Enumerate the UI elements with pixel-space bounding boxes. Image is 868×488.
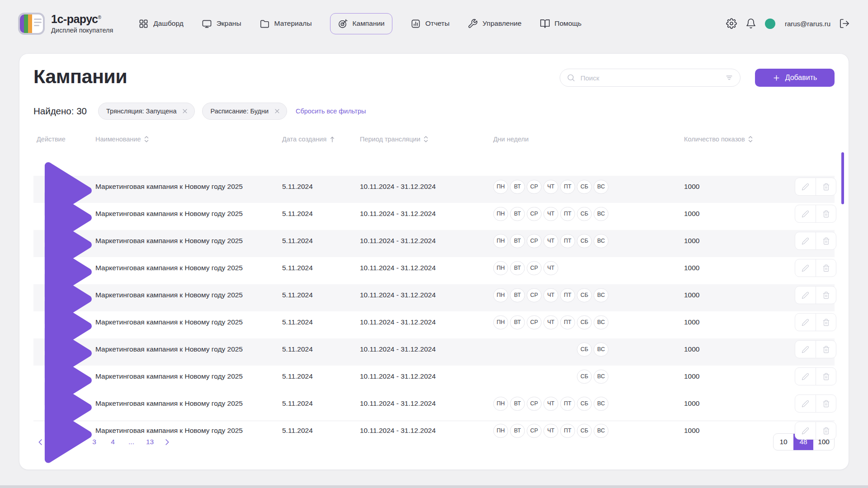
column-header-1[interactable]: Наименование xyxy=(95,135,282,143)
column-header-3[interactable]: Период трансляции xyxy=(360,135,493,143)
edit-pencil-button[interactable] xyxy=(795,368,816,385)
weekday-chip: ЧТ xyxy=(543,261,558,275)
campaign-name: Маркетинговая кампания к Новому году 202… xyxy=(95,210,282,218)
edit-pencil-button[interactable] xyxy=(795,341,816,358)
filter-chip: Расписание: Будни xyxy=(202,103,287,120)
row-actions xyxy=(795,422,836,440)
delete-trash-button[interactable] xyxy=(816,314,836,331)
page-button[interactable]: 4 xyxy=(104,434,121,450)
weekdays: ПНВТСРЧТПТСБВС xyxy=(493,180,684,194)
edit-pencil-button[interactable] xyxy=(795,314,816,331)
column-header-2[interactable]: Дата создания xyxy=(282,136,360,143)
column-header-label: Дата создания xyxy=(282,136,326,143)
delete-trash-button[interactable] xyxy=(816,286,836,304)
delete-trash-button[interactable] xyxy=(816,232,836,249)
campaign-name: Маркетинговая кампания к Новому году 202… xyxy=(95,399,282,408)
top-bar: 1с-рарус® Дисплей покупателя ДашбордЭкра… xyxy=(0,0,868,47)
nav-item-materials[interactable]: Материалы xyxy=(259,19,312,29)
row-actions xyxy=(795,286,836,304)
close-icon[interactable] xyxy=(181,108,189,115)
weekday-chip: ПН xyxy=(493,397,508,411)
impressions-count: 1000 xyxy=(684,427,795,435)
logout-icon[interactable] xyxy=(839,18,850,29)
settings-gear-icon[interactable] xyxy=(726,18,737,29)
row-actions xyxy=(795,313,836,331)
impressions-count: 1000 xyxy=(684,183,795,191)
close-icon[interactable] xyxy=(274,108,281,115)
top-bar-right: rarus@rarus.ru xyxy=(726,18,850,29)
weekdays: ПНВТСРЧТПТСБВС xyxy=(493,288,684,302)
table-scrollbar-thumb[interactable] xyxy=(841,152,844,204)
column-header-label: Период трансляции xyxy=(360,136,420,143)
search-input[interactable] xyxy=(580,74,721,82)
nav-item-management[interactable]: Управление xyxy=(467,19,521,29)
campaigns-table: ДействиеНаименованиеДата созданияПериод … xyxy=(33,130,835,420)
play-button[interactable] xyxy=(33,401,95,468)
sort-asc-icon[interactable] xyxy=(330,136,335,143)
weekday-chip: ВС xyxy=(594,288,609,302)
delete-trash-button[interactable] xyxy=(816,205,836,222)
nav-item-dashboard[interactable]: Дашборд xyxy=(138,19,183,29)
weekday-chip: СБ xyxy=(577,234,592,248)
delete-trash-button[interactable] xyxy=(816,395,836,412)
reset-filters-link[interactable]: Сбросить все фильтры xyxy=(296,108,366,115)
column-header-5[interactable]: Количество показов xyxy=(684,135,795,143)
impressions-count: 1000 xyxy=(684,345,795,353)
nav-item-reports[interactable]: Отчеты xyxy=(410,19,450,29)
edit-pencil-button[interactable] xyxy=(795,286,816,304)
campaign-name: Маркетинговая кампания к Новому году 202… xyxy=(95,237,282,245)
campaign-name: Маркетинговая кампания к Новому году 202… xyxy=(95,183,282,191)
delete-trash-button[interactable] xyxy=(816,341,836,358)
delete-trash-button[interactable] xyxy=(816,178,836,195)
nav-item-help[interactable]: Помощь xyxy=(540,19,582,29)
delete-trash-button[interactable] xyxy=(816,259,836,277)
nav-item-label: Отчеты xyxy=(425,19,450,28)
filter-icon[interactable] xyxy=(725,73,734,82)
divider xyxy=(33,421,835,421)
brand[interactable]: 1с-рарус® Дисплей покупателя xyxy=(18,13,113,35)
user-email: rarus@rarus.ru xyxy=(785,20,830,28)
sort-icon[interactable] xyxy=(748,135,753,143)
weekday-chip: СР xyxy=(527,180,542,194)
weekday-chip: ЧТ xyxy=(543,424,558,438)
delete-trash-button[interactable] xyxy=(816,368,836,385)
weekdays: ПНВТСРЧТПТСБВС xyxy=(493,234,684,248)
weekdays: СБВС xyxy=(493,370,684,384)
page-button[interactable]: 13 xyxy=(142,434,158,450)
weekday-chip: ПН xyxy=(493,315,508,329)
chevron-right-icon[interactable] xyxy=(160,434,174,450)
nav-item-campaigns[interactable]: Кампании xyxy=(330,13,392,34)
brand-logo-icon xyxy=(18,13,45,35)
edit-pencil-button[interactable] xyxy=(795,232,816,249)
weekday-chip: ПН xyxy=(493,207,508,221)
avatar[interactable] xyxy=(765,19,775,29)
campaign-name: Маркетинговая кампания к Новому году 202… xyxy=(95,291,282,299)
sort-icon[interactable] xyxy=(144,135,149,143)
edit-pencil-button[interactable] xyxy=(795,422,816,439)
weekday-chip: СБ xyxy=(577,424,592,438)
registered-mark: ® xyxy=(98,14,101,19)
weekdays: ПНВТСРЧТПТСБВС xyxy=(493,315,684,329)
delete-trash-button[interactable] xyxy=(816,422,836,439)
edit-pencil-button[interactable] xyxy=(795,178,816,195)
edit-pencil-button[interactable] xyxy=(795,395,816,412)
weekday-chip: ВС xyxy=(594,234,609,248)
page-size-option[interactable]: 10 xyxy=(774,434,793,450)
main-nav: ДашбордЭкраныМатериалыКампанииОтчетыУпра… xyxy=(138,13,581,34)
monitor-icon xyxy=(202,19,212,29)
nav-item-screens[interactable]: Экраны xyxy=(202,19,241,29)
page-title: Кампании xyxy=(33,66,127,88)
dashboard-grid-icon xyxy=(138,19,149,29)
weekday-chip: СР xyxy=(527,315,542,329)
app: { "colors":{ "accent":"#7A52D9","link":"… xyxy=(0,0,868,488)
created-date: 5.11.2024 xyxy=(282,345,360,353)
add-button[interactable]: Добавить xyxy=(755,69,835,87)
weekday-chip: СБ xyxy=(577,370,592,384)
weekday-chip: ВС xyxy=(594,180,609,194)
edit-pencil-button[interactable] xyxy=(795,259,816,277)
sort-icon[interactable] xyxy=(424,135,428,143)
weekday-chip: ВТ xyxy=(510,315,525,329)
target-icon xyxy=(338,19,348,29)
edit-pencil-button[interactable] xyxy=(795,205,816,222)
notifications-bell-icon[interactable] xyxy=(745,18,756,29)
